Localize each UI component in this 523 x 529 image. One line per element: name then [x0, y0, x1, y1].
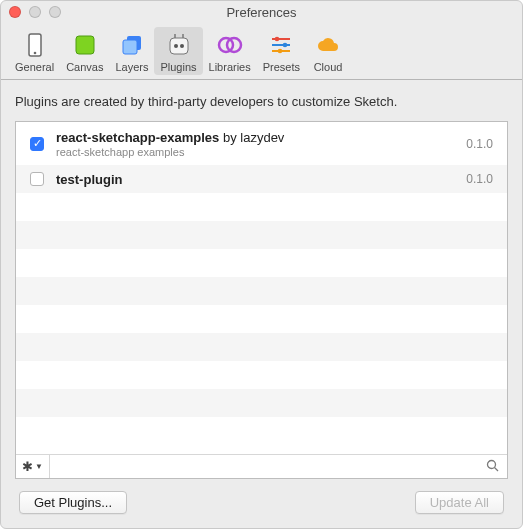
preferences-toolbar: General Canvas Layers Plugins Libraries — [1, 23, 522, 80]
plugin-title: react-sketchapp-examples by lazydev — [56, 130, 458, 145]
tab-canvas[interactable]: Canvas — [60, 27, 109, 75]
tab-label: Presets — [263, 61, 300, 73]
empty-row — [16, 305, 507, 333]
svg-rect-5 — [170, 38, 188, 54]
plugins-rows: react-sketchapp-examples by lazydev reac… — [16, 122, 507, 454]
plugin-title: test-plugin — [56, 172, 458, 187]
plugins-list: react-sketchapp-examples by lazydev reac… — [15, 121, 508, 479]
gear-menu-button[interactable]: ✱▼ — [16, 455, 50, 478]
plugin-info: react-sketchapp-examples by lazydev reac… — [56, 130, 458, 158]
plugin-author-prefix: by — [219, 130, 240, 145]
svg-line-19 — [495, 467, 499, 471]
list-bottom-bar: ✱▼ — [16, 454, 507, 478]
zoom-window-button[interactable] — [49, 6, 61, 18]
traffic-lights — [9, 6, 61, 18]
close-window-button[interactable] — [9, 6, 21, 18]
empty-row — [16, 193, 507, 221]
footer-buttons: Get Plugins... Update All — [15, 479, 508, 514]
tab-label: Cloud — [314, 61, 343, 73]
general-icon — [19, 29, 51, 61]
tab-presets[interactable]: Presets — [257, 27, 306, 75]
plugin-row[interactable]: test-plugin 0.1.0 — [16, 165, 507, 193]
plugin-row[interactable]: react-sketchapp-examples by lazydev reac… — [16, 122, 507, 165]
svg-point-15 — [283, 43, 288, 48]
cloud-icon — [312, 29, 344, 61]
minimize-window-button[interactable] — [29, 6, 41, 18]
chevron-down-icon: ▼ — [35, 462, 43, 471]
empty-row — [16, 389, 507, 417]
tab-label: Libraries — [209, 61, 251, 73]
plugin-name: test-plugin — [56, 172, 122, 187]
plugin-subtitle: react-sketchapp examples — [56, 146, 458, 158]
update-all-button[interactable]: Update All — [415, 491, 504, 514]
canvas-icon — [69, 29, 101, 61]
content-area: Plugins are created by third-party devel… — [1, 80, 522, 528]
titlebar: Preferences — [1, 1, 522, 23]
tab-libraries[interactable]: Libraries — [203, 27, 257, 75]
tab-layers[interactable]: Layers — [109, 27, 154, 75]
tab-general[interactable]: General — [9, 27, 60, 75]
empty-row — [16, 333, 507, 361]
gear-icon: ✱ — [22, 459, 33, 474]
window-title: Preferences — [1, 5, 522, 20]
get-plugins-button[interactable]: Get Plugins... — [19, 491, 127, 514]
plugin-author: lazydev — [240, 130, 284, 145]
empty-row — [16, 417, 507, 445]
empty-row — [16, 361, 507, 389]
search-icon — [486, 459, 499, 475]
empty-row — [16, 277, 507, 305]
plugins-description: Plugins are created by third-party devel… — [15, 94, 508, 109]
svg-rect-2 — [76, 36, 94, 54]
svg-point-1 — [33, 52, 36, 55]
tab-label: Plugins — [160, 61, 196, 73]
search-field[interactable] — [50, 455, 507, 478]
tab-label: General — [15, 61, 54, 73]
layers-icon — [116, 29, 148, 61]
tab-cloud[interactable]: Cloud — [306, 27, 350, 75]
plugin-version: 0.1.0 — [466, 172, 493, 186]
svg-point-18 — [488, 460, 496, 468]
svg-rect-4 — [123, 40, 137, 54]
svg-point-17 — [278, 49, 283, 54]
plugin-name: react-sketchapp-examples — [56, 130, 219, 145]
plugins-icon — [163, 29, 195, 61]
tab-label: Layers — [115, 61, 148, 73]
libraries-icon — [214, 29, 246, 61]
preferences-window: Preferences General Canvas Layers Plug — [0, 0, 523, 529]
empty-row — [16, 221, 507, 249]
svg-point-13 — [275, 37, 280, 42]
plugin-checkbox[interactable] — [30, 172, 44, 186]
empty-row — [16, 249, 507, 277]
tab-plugins[interactable]: Plugins — [154, 27, 202, 75]
plugin-checkbox[interactable] — [30, 137, 44, 151]
plugin-version: 0.1.0 — [466, 137, 493, 151]
tab-label: Canvas — [66, 61, 103, 73]
svg-point-6 — [174, 44, 178, 48]
svg-point-7 — [180, 44, 184, 48]
presets-icon — [265, 29, 297, 61]
plugin-info: test-plugin — [56, 172, 458, 187]
